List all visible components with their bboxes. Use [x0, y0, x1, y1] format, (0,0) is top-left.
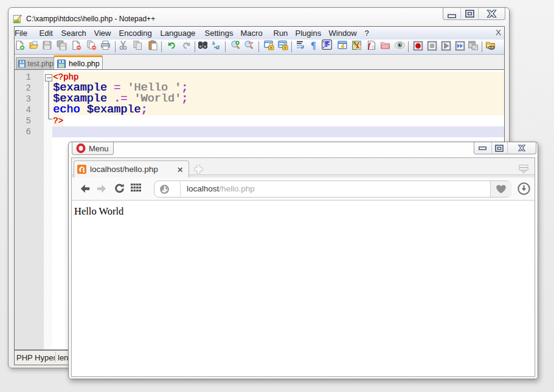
- svg-text:a: a: [216, 43, 220, 50]
- svg-text:¶: ¶: [311, 40, 316, 50]
- svg-text:b: b: [212, 40, 215, 46]
- svg-text:{}: {}: [372, 44, 375, 50]
